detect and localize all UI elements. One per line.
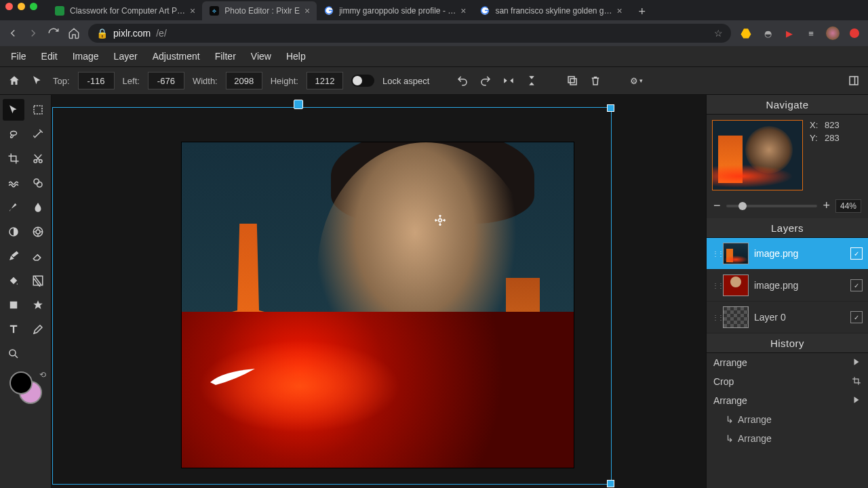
- forward-button[interactable]: [27, 27, 39, 39]
- new-tab-button[interactable]: +: [633, 3, 651, 20]
- menu-adjustment[interactable]: Adjustment: [153, 51, 200, 62]
- zoom-out-button[interactable]: −: [713, 199, 721, 213]
- handle-ne[interactable]: [607, 104, 614, 112]
- canvas[interactable]: [182, 142, 574, 468]
- history-item[interactable]: Crop: [707, 372, 868, 391]
- dodge-tool[interactable]: [3, 221, 24, 243]
- foreground-color[interactable]: [9, 371, 33, 394]
- top-input[interactable]: -116: [78, 72, 115, 89]
- menu-view[interactable]: View: [251, 51, 271, 62]
- crop-tool[interactable]: [3, 148, 24, 169]
- lock-aspect-toggle[interactable]: [351, 75, 374, 87]
- ext-queue-icon[interactable]: ≡: [804, 26, 818, 40]
- lasso-tool[interactable]: [3, 123, 24, 145]
- ext-record-icon[interactable]: [848, 26, 861, 40]
- menu-file[interactable]: File: [11, 51, 26, 62]
- gradient-tool[interactable]: [27, 270, 49, 291]
- browser-tab[interactable]: Classwork for Computer Art P…×: [47, 1, 202, 20]
- star-icon[interactable]: ☆: [714, 28, 723, 39]
- visibility-toggle[interactable]: ✓: [850, 311, 863, 323]
- text-tool[interactable]: [3, 319, 24, 340]
- cut-tool[interactable]: [27, 148, 49, 169]
- width-input[interactable]: 2098: [226, 72, 262, 89]
- rotate-handle[interactable]: [294, 100, 303, 109]
- ext-avatar-icon[interactable]: [826, 26, 840, 40]
- menu-layer[interactable]: Layer: [114, 51, 138, 62]
- visibility-toggle[interactable]: ✓: [850, 247, 863, 260]
- mac-min-dot[interactable]: [18, 3, 25, 10]
- ext-cloud-icon[interactable]: ◓: [761, 26, 774, 40]
- layer-name: image.png: [754, 280, 798, 291]
- color-swatches[interactable]: ⟲: [9, 371, 42, 404]
- brush-tool[interactable]: [3, 197, 24, 218]
- pen-tool[interactable]: [3, 245, 24, 267]
- menu-help[interactable]: Help: [286, 51, 306, 62]
- browser-tab[interactable]: jimmy garoppolo side profile - …×: [317, 1, 473, 20]
- menu-image[interactable]: Image: [73, 51, 99, 62]
- browser-tab[interactable]: ⟡Photo Editor : Pixlr E×: [202, 1, 317, 20]
- visibility-toggle[interactable]: ✓: [850, 279, 863, 291]
- reload-button[interactable]: [47, 27, 60, 39]
- fill-tool[interactable]: [3, 270, 24, 291]
- redo-button[interactable]: [478, 73, 493, 88]
- tab-close-icon[interactable]: ×: [304, 5, 310, 16]
- back-button[interactable]: [7, 27, 19, 39]
- star-tool[interactable]: [27, 294, 49, 316]
- history-item[interactable]: Arrange: [707, 353, 868, 372]
- mac-window-controls[interactable]: [5, 3, 37, 10]
- pointer-tool-icon[interactable]: [30, 73, 45, 88]
- ext-play-icon[interactable]: ▶: [783, 26, 796, 40]
- mac-max-dot[interactable]: [30, 3, 37, 10]
- mac-close-dot[interactable]: [5, 3, 13, 10]
- drag-handle-icon[interactable]: ⋮⋮: [712, 314, 717, 321]
- liquify-tool[interactable]: [3, 172, 24, 194]
- navigate-thumbnail[interactable]: [712, 120, 803, 190]
- url-bar[interactable]: 🔒 pixlr.com/e/ ☆: [88, 24, 731, 43]
- tab-close-icon[interactable]: ×: [617, 5, 623, 16]
- eraser-tool[interactable]: [27, 245, 49, 267]
- drag-handle-icon[interactable]: ⋮⋮: [712, 282, 717, 289]
- history-item[interactable]: ↳Arrange: [707, 429, 868, 448]
- swap-colors-icon[interactable]: ⟲: [39, 370, 46, 380]
- home-icon[interactable]: [7, 73, 22, 88]
- pointer-tool[interactable]: [3, 99, 24, 121]
- history-type-icon: [852, 395, 861, 407]
- zoom-tool[interactable]: [3, 343, 24, 365]
- wand-tool[interactable]: [27, 123, 49, 145]
- zoom-in-button[interactable]: +: [823, 199, 830, 213]
- duplicate-icon[interactable]: [565, 73, 580, 88]
- clone-tool[interactable]: [27, 172, 49, 194]
- gear-icon[interactable]: ⚙▾: [629, 73, 644, 88]
- layer-row[interactable]: ⋮⋮image.png✓: [707, 238, 868, 270]
- tab-close-icon[interactable]: ×: [460, 5, 466, 16]
- blur-tool[interactable]: [27, 197, 49, 218]
- svg-point-10: [37, 182, 42, 188]
- flip-h-icon[interactable]: [501, 73, 516, 88]
- sponge-tool[interactable]: [27, 221, 49, 243]
- layer-row[interactable]: ⋮⋮Layer 0✓: [707, 302, 868, 333]
- flip-v-icon[interactable]: [524, 73, 539, 88]
- delete-icon[interactable]: [588, 73, 603, 88]
- history-item[interactable]: Arrange: [707, 391, 868, 410]
- browser-tab[interactable]: san francisco skyline golden g…×: [473, 1, 629, 20]
- history-item[interactable]: ↳Arrange: [707, 410, 868, 429]
- menu-edit[interactable]: Edit: [41, 51, 58, 62]
- menu-filter[interactable]: Filter: [215, 51, 236, 62]
- tab-close-icon[interactable]: ×: [190, 5, 195, 16]
- tab-label: Classwork for Computer Art P…: [70, 6, 185, 16]
- handle-se[interactable]: [607, 480, 614, 487]
- panel-collapse-icon[interactable]: [846, 73, 861, 88]
- pen2-tool[interactable]: [27, 319, 49, 340]
- marquee-tool[interactable]: [27, 99, 49, 121]
- zoom-value[interactable]: 44%: [835, 199, 861, 213]
- layer-row[interactable]: ⋮⋮image.png✓: [707, 270, 868, 302]
- canvas-workspace[interactable]: [52, 95, 706, 488]
- ext-drive-icon[interactable]: [739, 26, 753, 40]
- height-input[interactable]: 1212: [307, 72, 343, 89]
- zoom-slider[interactable]: [726, 205, 818, 207]
- left-input[interactable]: -676: [148, 72, 184, 89]
- drag-handle-icon[interactable]: ⋮⋮: [712, 250, 717, 258]
- undo-button[interactable]: [455, 73, 470, 88]
- home-button[interactable]: [68, 27, 80, 39]
- shape-tool[interactable]: [3, 294, 24, 316]
